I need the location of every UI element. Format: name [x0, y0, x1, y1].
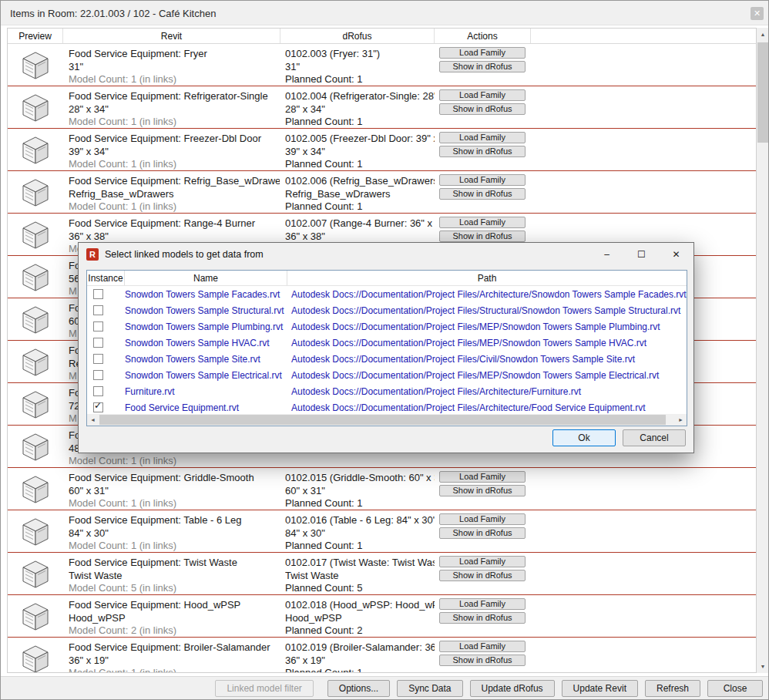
load-family-button[interactable]: Load Family [439, 217, 526, 228]
revit-cell: Food Service Equipment: Fryer 31" Model … [69, 48, 280, 86]
actions-cell: Load Family Show in dRofus [439, 513, 526, 541]
revit-family-name: Food Service Equipment: Fryer [69, 48, 280, 61]
actions-cell: Load Family Show in dRofus [439, 217, 526, 244]
checkmark-icon: ✓ [94, 400, 102, 411]
footer-button-options[interactable]: Options... [327, 680, 390, 697]
actions-cell: Load Family Show in dRofus [439, 598, 526, 626]
drofus-item-id: 0102.017 (Twist Waste: Twist Waste) [285, 557, 435, 570]
planned-count: Planned Count: 1 [285, 158, 435, 171]
drofus-type-name: Refrig_Base_wDrawers [285, 188, 435, 201]
show-in-drofus-button[interactable]: Show in dRofus [439, 188, 526, 200]
scroll-down-button[interactable]: ▼ [757, 660, 769, 673]
footer-button-update-drofus[interactable]: Update dRofus [470, 680, 555, 697]
preview-cell [8, 129, 63, 170]
scroll-left-button[interactable]: ◄ [87, 414, 99, 426]
linked-model-row[interactable]: Snowdon Towers Sample Site.rvt Autodesk … [87, 351, 687, 367]
preview-cell [8, 341, 63, 382]
scroll-up-button[interactable]: ▲ [757, 28, 769, 41]
model-checkbox[interactable] [93, 321, 103, 331]
table-row: Food Service Equipment: Griddle-Smooth 6… [8, 468, 756, 510]
show-in-drofus-button[interactable]: Show in dRofus [439, 655, 526, 666]
model-checkbox[interactable] [93, 386, 103, 396]
revit-type-name: Twist Waste [69, 570, 280, 583]
show-in-drofus-button[interactable]: Show in dRofus [439, 570, 526, 581]
model-checkbox[interactable] [93, 338, 103, 348]
load-family-button[interactable]: Load Family [439, 641, 526, 652]
model-name: Snowdon Towers Sample Facades.rvt [125, 289, 287, 300]
table-row: Food Service Equipment: Refrigerator-Sin… [8, 86, 756, 129]
model-path: Autodesk Docs://Documentation/Project Fi… [291, 305, 687, 316]
column-header-actions[interactable]: Actions [435, 29, 531, 43]
drofus-type-name: 28" x 34" [285, 103, 435, 116]
load-family-button[interactable]: Load Family [439, 174, 526, 186]
linked-model-row[interactable]: Snowdon Towers Sample Electrical.rvt Aut… [87, 367, 687, 383]
equipment-preview-icon [18, 49, 53, 81]
model-count: Model Count: 2 (in links) [69, 624, 280, 638]
show-in-drofus-button[interactable]: Show in dRofus [439, 231, 526, 242]
model-checkbox[interactable] [93, 289, 103, 299]
dialog-maximize-button[interactable]: ☐ [624, 243, 659, 266]
linked-model-row[interactable]: ✓ Food Service Equipment.rvt Autodesk Do… [87, 399, 687, 416]
load-family-button[interactable]: Load Family [439, 471, 526, 483]
horizontal-scrollbar-thumb[interactable] [99, 415, 666, 425]
vertical-scrollbar-thumb[interactable] [757, 42, 768, 143]
close-icon: ✕ [754, 8, 761, 19]
revit-cell: Food Service Equipment: Freezer-Dbl Door… [69, 133, 280, 171]
footer-button-update-revit[interactable]: Update Revit [562, 680, 638, 697]
column-header-path[interactable]: Path [287, 271, 687, 285]
preview-cell [8, 383, 63, 425]
column-header-drofus[interactable]: dRofus [280, 29, 435, 43]
linked-model-row[interactable]: Snowdon Towers Sample Plumbing.rvt Autod… [87, 318, 687, 335]
load-family-button[interactable]: Load Family [439, 132, 526, 143]
model-checkbox[interactable] [93, 370, 103, 380]
column-header-revit[interactable]: Revit [63, 29, 280, 43]
linked-model-row[interactable]: Snowdon Towers Sample Structural.rvt Aut… [87, 302, 687, 318]
drofus-item-id: 0102.016 (Table - 6 Leg: 84" x 30") [285, 514, 435, 527]
actions-cell: Load Family Show in dRofus [439, 641, 526, 668]
drofus-cell: 0102.019 (Broiler-Salamander: 36" x 36" … [285, 641, 435, 673]
linked-model-row[interactable]: Snowdon Towers Sample HVAC.rvt Autodesk … [87, 335, 687, 351]
drofus-type-name: 84" x 30" [285, 527, 435, 540]
model-checkbox[interactable] [93, 305, 103, 315]
scroll-right-button[interactable]: ► [675, 414, 687, 426]
load-family-button[interactable]: Load Family [439, 598, 526, 610]
horizontal-scrollbar[interactable]: ◄ ► [87, 414, 687, 426]
linked-model-row[interactable]: Furniture.rvt Autodesk Docs://Documentat… [87, 383, 687, 399]
equipment-preview-icon [18, 557, 53, 590]
model-checkbox[interactable]: ✓ [93, 402, 103, 412]
vertical-scrollbar[interactable]: ▲ ▼ [757, 28, 769, 673]
load-family-button[interactable]: Load Family [439, 47, 526, 59]
dialog-close-button[interactable]: ✕ [659, 243, 693, 266]
planned-count: Planned Count: 1 [285, 540, 435, 553]
cancel-button[interactable]: Cancel [623, 429, 686, 446]
drofus-cell: 0102.003 (Fryer: 31") 31" Planned Count:… [285, 48, 435, 86]
show-in-drofus-button[interactable]: Show in dRofus [439, 61, 526, 72]
show-in-drofus-button[interactable]: Show in dRofus [439, 103, 526, 115]
model-name: Snowdon Towers Sample Site.rvt [125, 354, 287, 365]
footer-button-close[interactable]: Close [707, 680, 763, 697]
revit-family-name: Food Service Equipment: Twist Waste [69, 557, 280, 570]
footer-button-sync-data[interactable]: Sync Data [397, 680, 462, 697]
actions-cell: Load Family Show in dRofus [439, 47, 526, 75]
column-header-instance[interactable]: Instance [87, 271, 125, 285]
column-header-preview[interactable]: Preview [8, 29, 63, 43]
column-header-name[interactable]: Name [125, 271, 287, 285]
footer-button-refresh[interactable]: Refresh [645, 680, 700, 697]
ok-button[interactable]: Ok [552, 429, 616, 446]
show-in-drofus-button[interactable]: Show in dRofus [439, 485, 526, 496]
show-in-drofus-button[interactable]: Show in dRofus [439, 146, 526, 157]
dialog-minimize-button[interactable]: – [589, 243, 624, 266]
window-close-button[interactable]: ✕ [751, 7, 764, 20]
preview-cell [8, 214, 63, 255]
show-in-drofus-button[interactable]: Show in dRofus [439, 612, 526, 624]
revit-type-name: 28" x 34" [69, 103, 280, 116]
table-row: Food Service Equipment: Table - 6 Leg 84… [8, 510, 756, 553]
drofus-item-id: 0102.007 (Range-4 Burner: 36" x 38' [285, 217, 435, 231]
linked-models-list-header: Instance Name Path [87, 271, 687, 286]
show-in-drofus-button[interactable]: Show in dRofus [439, 527, 526, 539]
load-family-button[interactable]: Load Family [439, 556, 526, 567]
load-family-button[interactable]: Load Family [439, 513, 526, 525]
linked-model-row[interactable]: Snowdon Towers Sample Facades.rvt Autode… [87, 286, 687, 302]
model-checkbox[interactable] [93, 354, 103, 364]
load-family-button[interactable]: Load Family [439, 89, 526, 101]
